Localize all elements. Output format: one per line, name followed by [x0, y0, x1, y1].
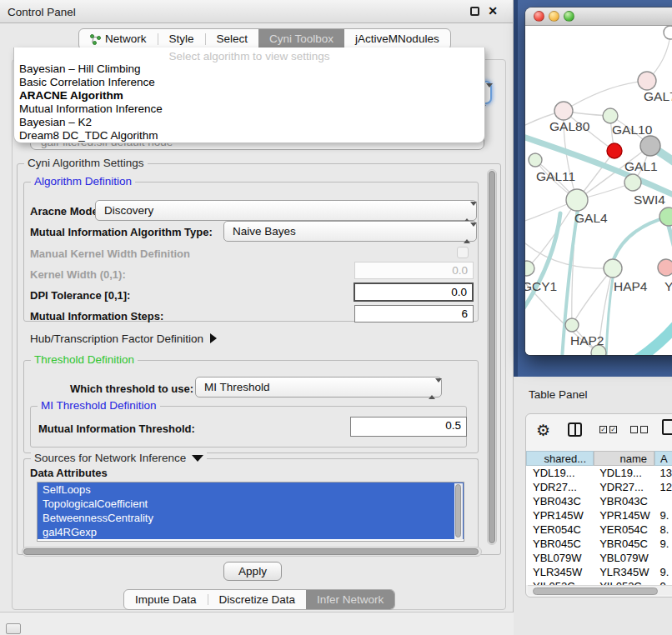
gear-icon[interactable]: ⚙ — [536, 421, 550, 440]
algorithm-option[interactable]: Mutual Information Inference — [14, 102, 484, 116]
zoom-traffic-light-icon[interactable] — [564, 11, 574, 22]
tab-jactivemnodules[interactable]: jActiveMNodules — [344, 29, 450, 49]
mi-threshold-group-title: MI Threshold Definition — [38, 399, 160, 412]
network-edge — [564, 81, 647, 111]
tab-impute-data[interactable]: Impute Data — [124, 590, 208, 609]
network-edge — [614, 217, 669, 259]
tab-cyni-toolbox[interactable]: Cyni Toolbox — [258, 29, 344, 49]
table-cell: YDR27... — [593, 480, 653, 494]
data-attributes-list[interactable]: SelfLoopsTopologicalCoefficientBetweenne… — [37, 482, 464, 542]
window-grip-icon[interactable] — [6, 623, 21, 634]
table-cell: YLR345W — [593, 565, 653, 579]
select-all-checkboxes-icon[interactable]: ✓✓ — [599, 426, 617, 433]
close-traffic-light-icon[interactable] — [534, 11, 544, 22]
network-node[interactable] — [566, 189, 588, 211]
table-horizontal-scrollbar[interactable] — [528, 585, 672, 595]
table-row[interactable]: YDL19...YDL19...13 — [526, 466, 672, 480]
expander-down-icon — [192, 455, 203, 462]
network-node[interactable] — [659, 208, 672, 226]
network-node[interactable] — [603, 108, 618, 123]
which-threshold-combobox[interactable]: MI Threshold — [195, 377, 442, 398]
column-header-name[interactable]: name — [594, 451, 654, 466]
network-node[interactable] — [554, 102, 573, 120]
float-window-icon[interactable] — [470, 7, 479, 16]
network-node[interactable] — [604, 259, 622, 278]
control-panel-title: Control Panel — [8, 6, 76, 18]
kernel-width-field[interactable]: 0.0 — [354, 262, 474, 279]
table-row[interactable]: YDR27...YDR27...12 — [526, 480, 672, 494]
algorithm-dropdown-popup: Select algorithm to view settings Bayesi… — [13, 48, 485, 143]
network-node-label: GAL7 — [644, 89, 672, 103]
manual-kernel-width-checkbox[interactable] — [457, 247, 469, 258]
network-node[interactable] — [607, 143, 622, 158]
network-icon — [90, 34, 101, 45]
cyni-algorithm-settings-title: Cyni Algorithm Settings — [24, 157, 148, 169]
table-cell: YDL19... — [593, 466, 653, 480]
network-node[interactable] — [565, 318, 579, 332]
network-canvas[interactable]: GAL7GAL80GAL10GAL1GAL11GAL4SWI4GCY1HAP4Y… — [525, 26, 672, 355]
table-cell: YER054C — [593, 522, 653, 537]
table-cell: YPR145W — [526, 508, 593, 522]
algorithm-option[interactable]: Bayesian – K2 — [14, 116, 484, 129]
tab-style[interactable]: Style — [158, 29, 205, 49]
columns-icon[interactable] — [568, 422, 582, 437]
mi-threshold-label: Mutual Information Threshold: — [38, 422, 195, 435]
table-row[interactable]: YBR043CYBR043C — [526, 494, 672, 508]
which-threshold-label: Which threshold to use: — [70, 382, 193, 395]
network-node[interactable] — [525, 261, 534, 276]
sources-group-title[interactable]: Sources for Network Inference — [31, 452, 207, 464]
algorithm-option[interactable]: Bayesian – Hill Climbing — [14, 62, 484, 76]
network-node[interactable] — [664, 26, 672, 39]
column-header-partial[interactable]: A — [654, 451, 672, 466]
network-node[interactable] — [529, 153, 542, 167]
settings-horizontal-scrollbar[interactable] — [22, 547, 482, 557]
table-row[interactable]: YBR045CYBR045C9. — [526, 537, 672, 551]
data-attribute-item[interactable]: SelfLoops — [38, 482, 464, 497]
hub-definition-expander[interactable]: Hub/Transcription Factor Definition — [30, 332, 217, 345]
table-row[interactable]: YBL079WYBL079W — [526, 551, 672, 565]
close-icon[interactable]: ✕ — [488, 6, 498, 16]
mi-algorithm-type-combobox[interactable]: Naive Bayes — [223, 221, 477, 242]
network-node-label: HAP4 — [614, 279, 648, 293]
table-cell: YBR043C — [526, 494, 593, 508]
table-row[interactable]: YER054CYER054C8. — [526, 522, 672, 537]
table-cell: 9. — [653, 508, 672, 522]
dpi-tolerance-label: DPI Tolerance [0,1]: — [30, 289, 130, 302]
tab-select[interactable]: Select — [206, 29, 259, 49]
network-node[interactable] — [624, 174, 641, 191]
network-node-label: Y — [664, 279, 672, 293]
mi-threshold-field[interactable]: 0.5 — [350, 417, 467, 437]
network-node[interactable] — [638, 72, 656, 90]
data-attribute-item[interactable]: gal4RGexp — [38, 525, 464, 539]
table-row[interactable]: YIL052CYIL052C9 — [526, 579, 672, 585]
new-table-icon[interactable] — [662, 419, 672, 435]
dpi-tolerance-field[interactable]: 0.0 — [354, 282, 474, 302]
network-node[interactable] — [658, 259, 672, 276]
tab-infer-network[interactable]: Infer Network — [306, 590, 394, 609]
column-header-shared-name[interactable]: shared... — [526, 451, 594, 466]
tab-discretize-data[interactable]: Discretize Data — [208, 590, 307, 609]
network-window-titlebar[interactable] — [525, 8, 672, 26]
aracne-mode-combobox[interactable]: Discovery — [95, 200, 477, 221]
algorithm-option[interactable]: Basic Correlation Inference — [14, 76, 484, 89]
algorithm-option[interactable]: ARACNE Algorithm — [14, 89, 484, 102]
bottom-tabbar: Impute Data Discretize Data Infer Networ… — [123, 589, 395, 610]
apply-button[interactable]: Apply — [223, 562, 282, 581]
minimize-traffic-light-icon[interactable] — [549, 11, 559, 22]
mi-steps-field[interactable]: 6 — [354, 305, 474, 322]
network-view-window: GAL7GAL80GAL10GAL1GAL11GAL4SWI4GCY1HAP4Y… — [525, 8, 672, 355]
data-attribute-item[interactable]: BetweennessCentrality — [38, 511, 464, 525]
network-node[interactable] — [640, 136, 660, 156]
algorithm-option[interactable]: Dream8 DC_TDC Algorithm — [14, 129, 484, 142]
settings-vertical-scrollbar[interactable] — [487, 169, 497, 545]
table-cell: YER054C — [526, 522, 593, 537]
network-node-label: GCY1 — [525, 279, 557, 293]
table-row[interactable]: YPR145WYPR145W9. — [526, 508, 672, 522]
tab-network[interactable]: Network — [79, 29, 158, 49]
deselect-all-checkboxes-icon[interactable] — [630, 426, 648, 433]
attributes-scrollbar[interactable] — [454, 483, 463, 540]
table-cell: YIL052C — [593, 579, 653, 585]
table-row[interactable]: YLR345WYLR345W9. — [526, 565, 672, 579]
data-attribute-item[interactable]: TopologicalCoefficient — [38, 497, 464, 511]
network-node-label: GAL1 — [624, 159, 658, 173]
